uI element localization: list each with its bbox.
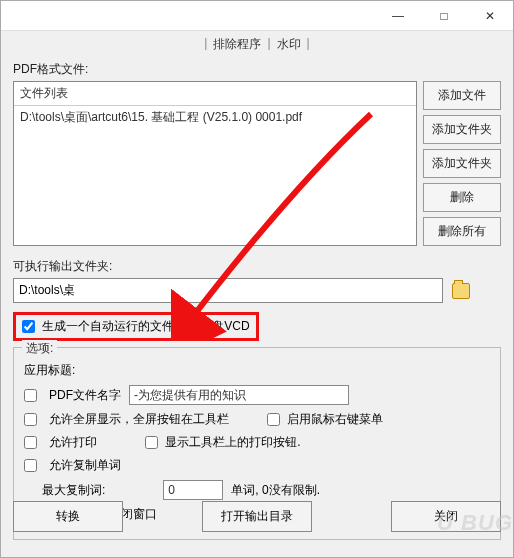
- autorun-highlight: 生成一个自动运行的文件/ dvd光盘VCD: [13, 312, 259, 341]
- add-folder-button-2[interactable]: 添加文件夹: [423, 149, 501, 178]
- pdf-files-label: PDF格式文件:: [13, 61, 501, 78]
- tab-bar: | 排除程序 | 水印 |: [13, 36, 501, 53]
- close-button[interactable]: ✕: [467, 1, 513, 30]
- titlebar: — □ ✕: [1, 1, 513, 31]
- out-folder-label: 可执行输出文件夹:: [13, 258, 501, 275]
- minimize-button[interactable]: —: [375, 1, 421, 30]
- maxcopy-input[interactable]: [163, 480, 223, 500]
- print-label: 允许打印: [49, 434, 97, 451]
- maxcopy-label: 最大复制词:: [42, 482, 105, 499]
- tab-watermark[interactable]: 水印: [277, 36, 301, 53]
- pdf-name-input[interactable]: [129, 385, 349, 405]
- delete-button[interactable]: 删除: [423, 183, 501, 212]
- copy-label: 允许复制单词: [49, 457, 121, 474]
- bottom-bar: 转换 打开输出目录 关闭: [13, 501, 501, 532]
- maximize-button[interactable]: □: [421, 1, 467, 30]
- browse-folder-icon[interactable]: [452, 283, 470, 299]
- file-row[interactable]: D:\tools\桌面\artcut6\15. 基础工程 (V25.1.0) 0…: [20, 109, 410, 126]
- maxcopy-unit: 单词, 0没有限制.: [231, 482, 320, 499]
- pdf-name-label: PDF文件名字: [49, 387, 121, 404]
- print-checkbox[interactable]: [24, 436, 37, 449]
- file-list-header: 文件列表: [14, 82, 416, 106]
- tab-exclude[interactable]: 排除程序: [213, 36, 261, 53]
- printbtn-checkbox[interactable]: [145, 436, 158, 449]
- watermark: U BUG: [437, 510, 513, 536]
- options-title: 选项:: [22, 340, 57, 357]
- rightclick-label: 启用鼠标右键菜单: [287, 412, 383, 426]
- out-folder-input[interactable]: D:\tools\桌: [13, 278, 443, 303]
- fullscreen-checkbox[interactable]: [24, 413, 37, 426]
- copy-checkbox[interactable]: [24, 459, 37, 472]
- open-output-button[interactable]: 打开输出目录: [202, 501, 312, 532]
- pdf-name-checkbox[interactable]: [24, 389, 37, 402]
- add-file-button[interactable]: 添加文件: [423, 81, 501, 110]
- autorun-checkbox[interactable]: [22, 320, 35, 333]
- autorun-label: 生成一个自动运行的文件/ dvd光盘VCD: [42, 319, 249, 333]
- printbtn-label: 显示工具栏上的打印按钮.: [165, 435, 300, 449]
- rightclick-checkbox[interactable]: [267, 413, 280, 426]
- delete-all-button[interactable]: 删除所有: [423, 217, 501, 246]
- convert-button[interactable]: 转换: [13, 501, 123, 532]
- fullscreen-label: 允许全屏显示，全屏按钮在工具栏: [49, 411, 229, 428]
- file-list[interactable]: 文件列表 D:\tools\桌面\artcut6\15. 基础工程 (V25.1…: [13, 81, 417, 246]
- add-folder-button[interactable]: 添加文件夹: [423, 115, 501, 144]
- app-title-label: 应用标题:: [24, 362, 75, 379]
